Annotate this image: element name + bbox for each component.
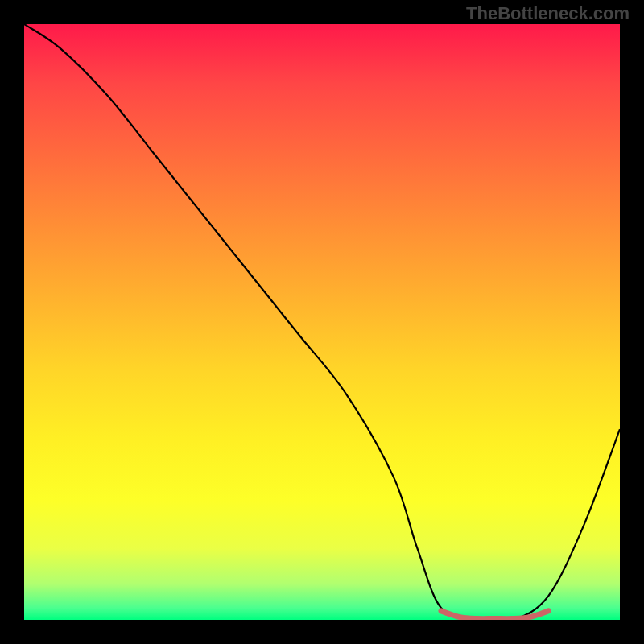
bottleneck-curve-line (24, 24, 620, 620)
chart-plot-area (24, 24, 620, 620)
chart-svg (24, 24, 620, 620)
watermark-text: TheBottleneck.com (466, 3, 630, 24)
